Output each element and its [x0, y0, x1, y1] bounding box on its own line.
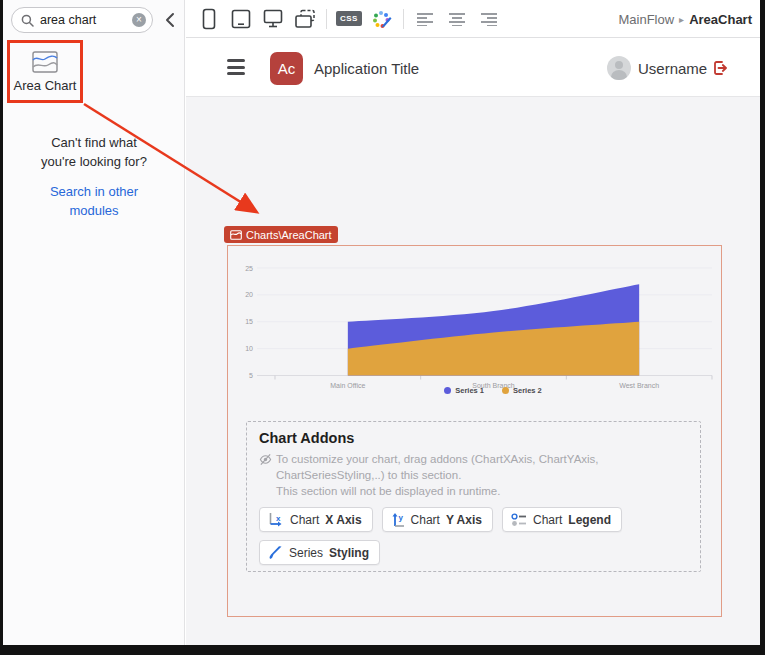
series-styling-addon-button[interactable]: Series Styling [259, 540, 380, 565]
svg-text:y: y [398, 513, 403, 522]
phone-icon [202, 8, 216, 30]
app-window: × Area Chart Can't find what you're look… [0, 0, 765, 655]
area-chart-badge-icon [230, 230, 242, 240]
legend-item: Series 2 [502, 386, 542, 395]
align-right-icon [480, 12, 498, 26]
legend-dot [502, 387, 509, 394]
svg-text:x: x [276, 514, 281, 523]
person-icon [607, 56, 631, 80]
y-axis-icon: y [391, 512, 405, 528]
user-avatar [607, 56, 631, 80]
desktop-preview-button[interactable] [261, 7, 285, 31]
monitor-icon [263, 9, 283, 28]
theme-customizer-button[interactable] [370, 7, 394, 31]
logout-icon[interactable] [712, 60, 728, 76]
chart-legend-addon-button[interactable]: Chart Legend [502, 507, 622, 532]
chart-addons-title: Chart Addons [259, 430, 688, 446]
username-label: Username [638, 60, 707, 77]
rotate-device-button[interactable] [293, 7, 317, 31]
tablet-icon [231, 9, 251, 29]
addons-note-line: This section will not be displayed in ru… [276, 483, 599, 499]
align-left-button[interactable] [413, 7, 437, 31]
design-canvas: Charts\AreaChart 510152025Main OfficeSou… [186, 97, 760, 645]
chart-addons-note: To customize your chart, drag addons (Ch… [259, 451, 688, 499]
window-frame [0, 645, 765, 655]
app-logo: Ac [270, 52, 303, 85]
search-other-modules-link[interactable]: Search in other modules [3, 182, 185, 220]
legend-item: Series 1 [444, 386, 484, 395]
widget-badge-label: Charts\AreaChart [246, 229, 332, 241]
menu-button[interactable] [227, 59, 245, 75]
widget-search-box[interactable]: × [11, 7, 153, 33]
breadcrumb-parent[interactable]: MainFlow [618, 12, 674, 27]
align-left-icon [416, 12, 434, 26]
legend-dot [444, 387, 451, 394]
not-found-text: Can't find what you're looking for? [3, 133, 185, 171]
app-title: Application Title [314, 60, 419, 77]
collapse-panel-chevron-icon[interactable] [163, 9, 179, 31]
addons-note-line: To customize your chart, drag addons (Ch… [276, 451, 599, 467]
preview-toolbar: CSS [186, 0, 760, 38]
chart-y-axis-addon-button[interactable]: y Chart Y Axis [382, 507, 493, 532]
addons-note-line: ChartSeriesStyling,..) to this section. [276, 467, 599, 483]
color-wheel-pencil-icon [371, 8, 393, 30]
toolbar-divider [403, 9, 404, 29]
tablet-preview-button[interactable] [229, 7, 253, 31]
selected-widget-badge[interactable]: Charts\AreaChart [224, 226, 338, 243]
breadcrumb: MainFlow ▸ AreaChart [618, 0, 752, 38]
align-center-button[interactable] [445, 7, 469, 31]
brush-icon [268, 545, 283, 560]
window-frame [760, 0, 765, 655]
widget-tile-label: Area Chart [14, 78, 77, 93]
x-axis-icon: x [268, 512, 284, 527]
phone-preview-button[interactable] [197, 7, 221, 31]
chart-addons-section: Chart Addons To customize your chart, dr… [246, 421, 701, 572]
window-frame [0, 0, 3, 655]
search-icon [21, 14, 34, 27]
search-input[interactable] [40, 13, 132, 27]
app-header: Ac Application Title Username [186, 39, 760, 97]
legend-icon [511, 513, 527, 527]
breadcrumb-current: AreaChart [689, 12, 752, 27]
area-chart-icon [30, 50, 60, 74]
rotate-device-icon [294, 9, 316, 29]
breadcrumb-separator-icon: ▸ [679, 14, 684, 25]
align-center-icon [448, 12, 466, 26]
widget-toolbox-sidebar: × Area Chart Can't find what you're look… [3, 0, 185, 645]
toolbar-divider [326, 9, 327, 29]
area-chart-widget-tile[interactable]: Area Chart [7, 40, 83, 103]
chart-legend: Series 1Series 2 [274, 386, 712, 395]
css-editor-button[interactable]: CSS [336, 11, 362, 26]
align-right-button[interactable] [477, 7, 501, 31]
clear-search-icon[interactable]: × [132, 13, 146, 27]
eye-slash-icon [259, 453, 272, 466]
chart-x-axis-addon-button[interactable]: x Chart X Axis [259, 507, 373, 532]
